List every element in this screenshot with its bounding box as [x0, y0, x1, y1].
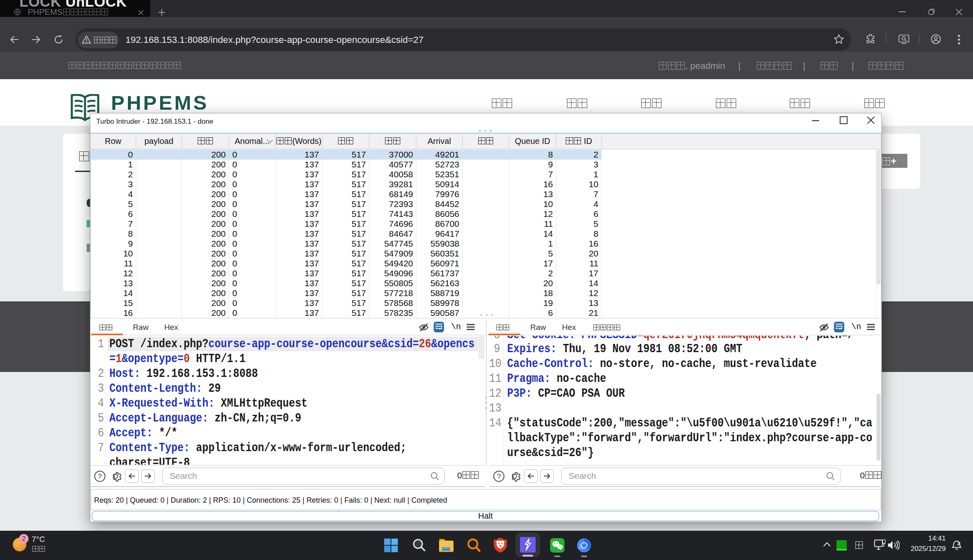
svg-text:?: ?	[98, 473, 102, 480]
svg-text:?: ?	[497, 473, 501, 480]
